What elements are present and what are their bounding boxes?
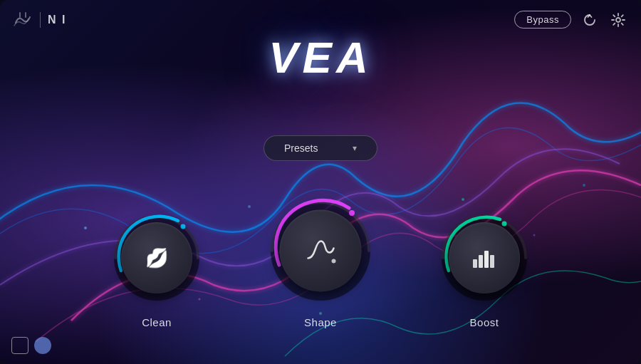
svg-point-13 [181,224,186,229]
boost-bars-icon [471,246,497,269]
app-title: VEA [0,36,641,80]
boost-label: Boost [470,316,499,328]
shape-label: Shape [304,316,337,328]
svg-rect-19 [473,259,477,268]
header-right: Bypass [514,10,628,30]
svg-rect-20 [479,255,483,268]
boost-knob[interactable] [449,222,520,293]
clean-label: Clean [142,316,172,328]
svg-rect-22 [490,255,494,268]
clean-knob-wrapper[interactable]: 💋 [107,208,207,308]
shape-knob-wrapper[interactable] [264,194,377,308]
svg-point-18 [502,222,507,227]
view-toggle-square[interactable] [11,337,28,354]
app-logo-icon [13,10,33,30]
boost-knob-container: Boost [434,208,534,328]
presets-chevron-icon: ▾ [353,143,357,153]
clean-icon: 💋 [145,247,168,269]
svg-point-6 [583,184,585,187]
svg-point-11 [616,18,620,22]
title-area: VEA [0,36,641,80]
undo-icon[interactable] [580,10,600,30]
bypass-button[interactable]: Bypass [514,11,571,28]
clean-knob[interactable]: 💋 [121,222,192,293]
svg-point-15 [349,210,355,216]
knobs-area: 💋 Clean [0,194,641,328]
presets-label: Presets [284,142,318,154]
shape-knob[interactable] [280,210,362,292]
svg-rect-21 [484,251,489,268]
bottom-left [11,337,51,354]
presets-area: Presets ▾ [264,135,377,161]
logo-area: N I [13,10,66,30]
shape-knob-container: Shape [264,194,377,328]
boost-knob-wrapper[interactable] [434,208,534,308]
presets-dropdown[interactable]: Presets ▾ [264,135,377,161]
logo-divider [40,12,41,28]
app: N I Bypass VEA Presets ▾ [0,0,641,364]
shape-curve-icon [305,238,336,264]
clean-knob-container: 💋 Clean [107,208,207,328]
ni-logo: N I [48,14,66,26]
svg-point-16 [331,259,335,263]
view-toggle-circle[interactable] [34,337,51,354]
settings-icon[interactable] [608,10,628,30]
